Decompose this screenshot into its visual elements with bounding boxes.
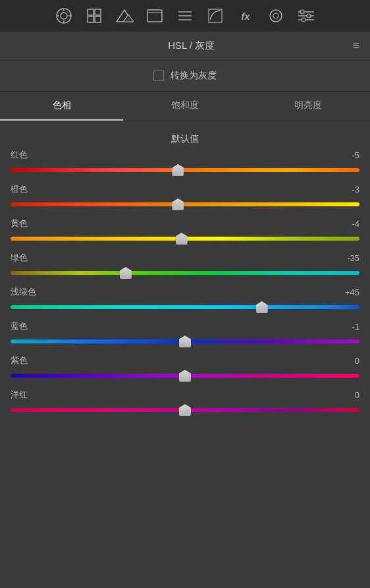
svg-rect-12: [147, 10, 162, 22]
slider-track-aqua[interactable]: [11, 301, 359, 314]
grayscale-checkbox[interactable]: [153, 71, 164, 81]
lines-icon[interactable]: [176, 7, 194, 25]
slider-row-green: 绿色-35: [11, 252, 359, 279]
panel-header: HSL / 灰度 ≡: [0, 32, 370, 61]
svg-point-1: [61, 13, 67, 19]
hsl-tabs: 色相 饱和度 明亮度: [0, 92, 370, 121]
slider-value-magenta: 0: [336, 390, 359, 400]
tab-hue[interactable]: 色相: [0, 92, 123, 121]
slider-row-red: 红色-5: [11, 149, 359, 177]
mountain-icon[interactable]: [115, 7, 134, 25]
slider-label-yellow: 黄色: [11, 218, 28, 229]
svg-rect-8: [88, 16, 93, 22]
svg-point-25: [302, 18, 305, 22]
slider-value-blue: -1: [336, 322, 359, 332]
slider-thumb-orange[interactable]: [172, 198, 184, 210]
svg-point-23: [300, 10, 304, 14]
slider-thumb-purple[interactable]: [179, 370, 191, 382]
slider-label-purple: 紫色: [11, 355, 28, 367]
crop-icon[interactable]: [145, 7, 164, 25]
slider-track-orange[interactable]: [11, 198, 359, 211]
grayscale-label: 转换为灰度: [171, 70, 217, 82]
slider-row-blue: 蓝色-1: [11, 320, 359, 348]
slider-label-orange: 橙色: [11, 183, 28, 195]
slider-thumb-aqua[interactable]: [256, 301, 268, 313]
svg-point-18: [270, 10, 282, 22]
slider-label-blue: 蓝色: [11, 320, 28, 332]
slider-row-yellow: 黄色-4: [11, 218, 359, 245]
tab-saturation[interactable]: 饱和度: [123, 92, 246, 121]
menu-icon[interactable]: ≡: [352, 39, 359, 53]
slider-row-orange: 橙色-3: [11, 183, 359, 211]
slider-row-aqua: 浅绿色+45: [11, 286, 359, 314]
slider-value-green: -35: [336, 253, 359, 263]
fx-icon[interactable]: fx: [236, 7, 255, 25]
adjustments-icon[interactable]: [297, 7, 315, 25]
slider-track-blue[interactable]: [11, 335, 359, 348]
svg-rect-17: [209, 9, 222, 22]
curves-icon[interactable]: [206, 7, 225, 25]
slider-thumb-magenta[interactable]: [179, 404, 191, 416]
slider-track-magenta[interactable]: [11, 403, 359, 417]
slider-track-yellow[interactable]: [11, 232, 359, 245]
camera-icon[interactable]: [55, 7, 73, 25]
slider-label-aqua: 浅绿色: [11, 286, 36, 298]
svg-point-24: [307, 14, 311, 18]
photo-icon[interactable]: [267, 7, 285, 25]
slider-row-purple: 紫色0: [11, 355, 359, 382]
slider-value-aqua: +45: [336, 287, 359, 297]
grayscale-row: 转换为灰度: [0, 61, 370, 92]
slider-thumb-yellow[interactable]: [176, 233, 188, 245]
slider-thumb-red[interactable]: [172, 164, 184, 176]
slider-thumb-blue[interactable]: [179, 336, 191, 347]
slider-value-orange: -3: [336, 185, 359, 194]
grid-icon[interactable]: [85, 7, 103, 25]
content-area: 默认值 红色-5橙色-3黄色-4绿色-35浅绿色+45蓝色-1紫色0洋红0: [0, 121, 370, 584]
sliders-container: 红色-5橙色-3黄色-4绿色-35浅绿色+45蓝色-1紫色0洋红0: [11, 149, 359, 417]
slider-label-green: 绿色: [11, 252, 28, 264]
svg-rect-6: [88, 9, 93, 15]
slider-track-green[interactable]: [11, 266, 359, 279]
slider-track-purple[interactable]: [11, 369, 359, 382]
slider-row-magenta: 洋红0: [11, 389, 359, 417]
toolbar: fx: [0, 0, 370, 32]
slider-label-red: 红色: [11, 149, 28, 161]
slider-value-red: -5: [336, 150, 359, 160]
section-title: 默认值: [11, 127, 359, 149]
panel-title: HSL / 灰度: [30, 40, 352, 52]
tab-luminance[interactable]: 明亮度: [247, 92, 370, 121]
slider-value-yellow: -4: [336, 219, 359, 229]
svg-rect-7: [95, 9, 101, 15]
svg-marker-11: [123, 15, 134, 22]
slider-track-red[interactable]: [11, 163, 359, 177]
svg-point-19: [273, 13, 278, 18]
svg-rect-9: [95, 16, 101, 22]
slider-label-magenta: 洋红: [11, 389, 28, 401]
slider-thumb-green[interactable]: [120, 267, 132, 279]
slider-value-purple: 0: [336, 356, 359, 366]
